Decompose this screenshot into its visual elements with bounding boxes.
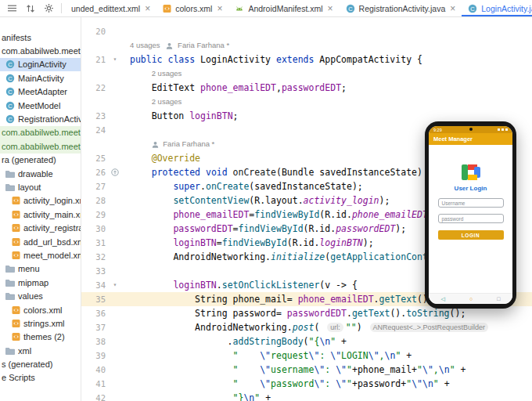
code-text[interactable]: @Override (120, 151, 200, 165)
code-text[interactable]: AndroidNetworking.post( url:"") ANReques… (120, 320, 491, 334)
code-text[interactable]: setContentView(R.layout.activity_login); (120, 193, 390, 208)
tree-item-values[interactable]: values (0, 289, 81, 302)
line-number[interactable]: 39 (81, 349, 110, 363)
tree-item-activity-main-xml[interactable]: activity_main.xml (0, 208, 81, 221)
code-text[interactable]: passwordEDT=findViewById(R.id.passwordED… (120, 222, 406, 236)
nav-back-icon[interactable]: ◁ (441, 296, 445, 302)
line-number[interactable]: 40 (81, 363, 110, 377)
tree-item-mainactivity[interactable]: CMainActivity (0, 71, 81, 85)
code-text[interactable]: "}\n" + (120, 391, 271, 401)
code-text[interactable]: " \"username\": \""+phone_mail+"\",\n" + (120, 363, 466, 377)
line-number[interactable]: 42 (81, 391, 110, 401)
code-text[interactable]: public class LoginActivity extends AppCo… (120, 52, 422, 67)
tree-item-drawable[interactable]: drawable (0, 167, 81, 180)
password-field[interactable]: password (438, 214, 504, 223)
code-text[interactable]: EditText phone_emailEDT,passwordEDT; (120, 81, 347, 95)
line-number[interactable]: 26 (81, 165, 110, 179)
nav-recents-icon[interactable]: □ (497, 296, 500, 302)
code-line-38[interactable]: 38 .addStringBody("{\n" + (81, 334, 532, 349)
nav-home-icon[interactable]: ○ (469, 296, 473, 302)
line-number[interactable]: 37 (81, 320, 110, 334)
code-editor[interactable]: 204 usages Faria Farhana *21▾public clas… (81, 16, 532, 401)
line-number[interactable]: 21 (81, 52, 110, 67)
tree-item-add-url-bsd-xml[interactable]: add_url_bsd.xml (0, 235, 81, 248)
tree-item-meetmodel[interactable]: CMeetModel (0, 99, 81, 112)
tree-item-mipmap[interactable]: mipmap (0, 276, 81, 289)
tab-unded-edittext-xml[interactable]: unded_edittext.xml× (65, 0, 156, 16)
inlay-hint[interactable]: 2 usages (120, 95, 182, 109)
line-number[interactable]: 41 (81, 377, 110, 391)
code-text[interactable]: " \"request\": \"LOGIN\",\n" + (120, 349, 412, 363)
tree-item-com-ababilweb-meetm[interactable]: com.ababilweb.meetm (0, 44, 81, 57)
close-icon[interactable]: × (450, 5, 455, 13)
project-tree-panel[interactable]: anifestscom.ababilweb.meetmCLoginActivit… (0, 16, 81, 401)
inlay-hint[interactable]: 4 usages Faria Farhana * (120, 38, 229, 52)
tree-item-com-ababilweb-meetma[interactable]: com.ababilweb.meetma (0, 139, 81, 153)
line-number[interactable]: 25 (81, 151, 110, 165)
tab-androidmanifest-xml[interactable]: AndroidManifest.xml× (228, 0, 339, 16)
code-line-22[interactable]: 22 EditText phone_emailEDT,passwordEDT; (81, 81, 532, 95)
tree-item-com-ababilweb-meetma[interactable]: com.ababilweb.meetma (0, 126, 81, 139)
tree-item-s-generated[interactable]: s (generated) (0, 357, 81, 370)
line-number[interactable]: 24 (81, 123, 110, 137)
line-number[interactable]: 32 (81, 250, 110, 264)
line-number[interactable]: 22 (81, 81, 110, 95)
code-line-42[interactable]: 42 "}\n" + (81, 391, 532, 401)
gear-icon[interactable] (44, 3, 54, 13)
line-number[interactable] (81, 137, 110, 151)
line-number[interactable]: 28 (81, 193, 110, 208)
line-number[interactable]: 30 (81, 222, 110, 236)
tree-item-strings-xml[interactable]: strings.xml (0, 316, 81, 330)
code-line-39[interactable]: 39 " \"request\": \"LOGIN\",\n" + (81, 349, 532, 363)
tree-item-xml[interactable]: xml (0, 344, 81, 357)
line-number[interactable] (81, 67, 110, 81)
tree-item-meetadapter[interactable]: CMeetAdapter (0, 85, 81, 99)
tree-item-activity-registration-x[interactable]: activity_registration.x (0, 221, 81, 234)
code-text[interactable]: .addStringBody("{\n" + (120, 334, 347, 349)
close-icon[interactable]: × (217, 5, 222, 13)
tree-item-menu[interactable]: menu (0, 262, 81, 276)
tree-item-loginactivity[interactable]: CLoginActivity (0, 58, 81, 71)
line-number[interactable] (81, 38, 110, 52)
code-line-37[interactable]: 37 AndroidNetworking.post( url:"") ANReq… (81, 320, 532, 334)
code-text[interactable] (120, 24, 130, 38)
menu-icon[interactable] (7, 3, 17, 13)
tree-item-anifests[interactable]: anifests (0, 31, 81, 44)
tab-registrationactivity-java[interactable]: CRegistrationActivity.java× (340, 0, 462, 16)
code-text[interactable]: super.onCreate(savedInstanceState); (120, 179, 363, 193)
line-number[interactable]: 36 (81, 306, 110, 320)
code-text[interactable]: Button loginBTN; (120, 109, 239, 123)
line-number[interactable]: 33 (81, 264, 110, 278)
code-line-41[interactable]: 41 " \"password\": \""+password+"\"\n" + (81, 377, 532, 391)
tree-item-ra-generated[interactable]: ra (generated) (0, 154, 81, 167)
line-number[interactable]: 20 (81, 24, 110, 38)
username-field[interactable]: Username (438, 198, 504, 208)
tab-loginactivity-ja[interactable]: CLoginActivity.ja (462, 0, 532, 16)
tree-item-registrationactivity[interactable]: CRegistrationActivity (0, 112, 81, 125)
login-button[interactable]: LOGIN (438, 230, 504, 240)
tree-item-meet-model-xml[interactable]: meet_model.xml (0, 248, 81, 262)
line-number[interactable]: 34 (81, 278, 110, 292)
line-number[interactable]: 38 (81, 334, 110, 349)
line-number[interactable]: 27 (81, 179, 110, 193)
line-number[interactable]: 23 (81, 109, 110, 123)
code-text[interactable]: phone_emailEDT=findViewById(R.id.phone_e… (120, 208, 439, 222)
line-number[interactable]: 29 (81, 208, 110, 222)
close-icon[interactable]: × (145, 5, 150, 13)
inlay-hint-row[interactable]: 2 usages (81, 95, 532, 109)
code-text[interactable]: " \"password\": \""+password+"\"\n" + (120, 377, 450, 391)
code-text[interactable] (120, 123, 130, 137)
code-text[interactable] (120, 264, 130, 278)
tree-item-themes-2[interactable]: themes (2) (0, 331, 81, 344)
line-number[interactable] (81, 95, 110, 109)
code-line-40[interactable]: 40 " \"username\": \""+phone_mail+"\",\n… (81, 363, 532, 377)
line-number[interactable]: 35 (81, 292, 110, 306)
tree-item-layout[interactable]: layout (0, 180, 81, 193)
inlay-hint-row[interactable]: 4 usages Faria Farhana * (81, 38, 532, 52)
tree-item-activity-login-xml[interactable]: activity_login.xml (0, 194, 81, 208)
code-text[interactable]: loginBTN.setOnClickListener(v -> { (120, 278, 358, 292)
code-text[interactable]: AndroidNetworking.initialize(getApplicat… (120, 250, 466, 264)
tree-item-colors-xml[interactable]: colors.xml (0, 303, 81, 316)
code-line-21[interactable]: 21▾public class LoginActivity extends Ap… (81, 52, 532, 67)
line-number[interactable]: 31 (81, 236, 110, 250)
